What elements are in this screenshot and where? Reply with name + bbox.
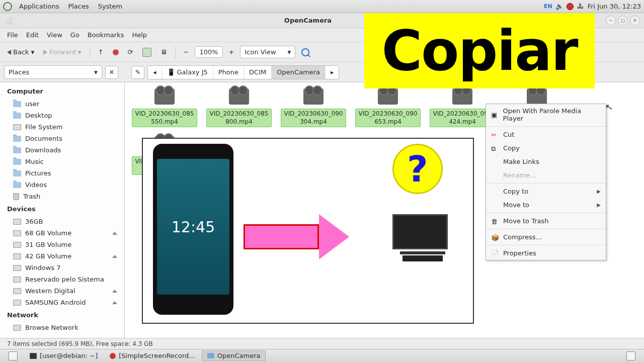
ctx-label: Move to Trash <box>503 217 549 225</box>
file-item[interactable]: VID_20230630_085800.mp4 <box>206 88 272 127</box>
network-icon <box>13 325 21 331</box>
sidebar-item-label: 31 GB Volume <box>25 241 71 248</box>
sidebar-item-music[interactable]: Music <box>0 156 124 167</box>
ctx-label: Copy to <box>503 188 528 195</box>
ctx-properties[interactable]: 📄Properties <box>486 246 606 260</box>
zoom-out-button[interactable]: − <box>181 46 192 58</box>
volume-icon[interactable]: 🔉 <box>555 3 564 11</box>
terminal-icon <box>30 353 37 359</box>
trash-icon: 🗑 <box>491 218 498 225</box>
sidebar-item-label: user <box>25 100 39 108</box>
sidebar-item-filesystem[interactable]: File System <box>0 121 124 133</box>
file-item[interactable]: VID_20230630_085550.mp4 <box>132 88 197 127</box>
minimize-button[interactable]: − <box>606 16 616 26</box>
ctx-copy[interactable]: ⧉Copy <box>486 141 606 155</box>
up-button[interactable]: ↑ <box>95 46 107 58</box>
places-selector[interactable]: Places▼ <box>4 65 102 79</box>
sidebar-item-documents[interactable]: Documents <box>0 133 124 144</box>
ctx-move-trash[interactable]: 🗑Move to Trash <box>486 214 606 228</box>
file-item[interactable]: VID_20230630_090653.mp4 <box>355 88 421 127</box>
sidebar-item-wd[interactable]: Western Digital <box>0 285 124 297</box>
file-item[interactable]: VID_20230630_090304.mp4 <box>281 88 346 127</box>
menu-applications[interactable]: Applications <box>15 1 63 12</box>
menu-go[interactable]: Go <box>66 29 84 41</box>
path-back-button[interactable]: ◂ <box>148 66 162 79</box>
video-icon <box>303 88 324 105</box>
close-button[interactable]: × <box>630 16 640 26</box>
workspace-icon <box>626 351 635 360</box>
eject-icon[interactable] <box>112 301 117 304</box>
path-forward-button[interactable]: ▸ <box>326 66 339 79</box>
sidebar-item-downloads[interactable]: Downloads <box>0 144 124 156</box>
zoom-level[interactable]: 100% <box>195 46 222 58</box>
trash-icon <box>13 193 19 200</box>
forward-button[interactable]: Forward▼ <box>40 46 84 58</box>
ctx-copy-to[interactable]: Copy to▶ <box>486 185 606 198</box>
show-desktop-button[interactable] <box>3 350 23 362</box>
sidebar-item-user[interactable]: user <box>0 98 124 110</box>
eject-icon[interactable] <box>112 290 117 293</box>
task-terminal[interactable]: [user@debian: ~] <box>24 350 103 361</box>
workspace-switcher[interactable] <box>621 350 641 362</box>
close-sidebar-button[interactable]: ✕ <box>105 66 118 79</box>
copy-icon: ⧉ <box>491 145 498 152</box>
video-icon <box>527 88 547 105</box>
sidebar-item-videos[interactable]: Videos <box>0 179 124 191</box>
clock[interactable]: Fri Jun 30, 12:23 <box>588 3 641 10</box>
illustration-overlay: 12:45 ? <box>142 138 474 324</box>
task-screenrecord[interactable]: [SimpleScreenRecord... <box>104 350 200 361</box>
sidebar-item-label: Browse Network <box>25 324 78 331</box>
ctx-move-to[interactable]: Move to▶ <box>486 198 606 212</box>
back-button[interactable]: Back▼ <box>4 46 37 58</box>
sidebar-item-68gb[interactable]: 68 GB Volume <box>0 227 124 239</box>
path-seg-phone[interactable]: Phone <box>213 66 244 79</box>
view-mode-select[interactable]: Icon View▼ <box>240 46 295 58</box>
path-seg-opencamera[interactable]: OpenCamera <box>272 66 326 79</box>
sidebar-item-36gb[interactable]: 36GB <box>0 216 124 227</box>
video-icon <box>452 88 472 105</box>
ctx-open-with[interactable]: ▣Open With Parole Media Player <box>486 104 606 125</box>
search-button[interactable] <box>298 46 312 58</box>
reload-button[interactable]: ⟳ <box>125 46 136 58</box>
sidebar-item-pictures[interactable]: Pictures <box>0 167 124 179</box>
ctx-compress[interactable]: 📦Compress... <box>486 230 606 244</box>
blank-icon <box>491 158 498 165</box>
sidebar-item-trash[interactable]: Trash <box>0 191 124 202</box>
menu-help[interactable]: Help <box>128 29 151 41</box>
places-label: Places <box>9 68 29 76</box>
disk-icon <box>13 253 21 259</box>
edit-path-button[interactable]: ✎ <box>131 66 144 79</box>
path-seg-dcim[interactable]: DCIM <box>244 66 272 79</box>
network-icon[interactable]: 🖧 <box>577 3 585 11</box>
path-seg-galaxy[interactable]: 📱Galaxy J5 <box>162 66 213 79</box>
computer-button[interactable]: 🖥 <box>157 46 170 58</box>
menu-places[interactable]: Places <box>64 1 93 12</box>
ctx-cut[interactable]: ✂Cut <box>486 128 606 141</box>
eject-icon[interactable] <box>112 232 117 235</box>
sidebar-item-desktop[interactable]: Desktop <box>0 110 124 121</box>
menu-system[interactable]: System <box>94 1 126 12</box>
zoom-in-button[interactable]: + <box>226 46 237 58</box>
sidebar-item-samsung[interactable]: SAMSUNG Android <box>0 297 124 308</box>
ctx-label: Make Links <box>503 158 539 165</box>
sidebar-item-31gb[interactable]: 31 GB Volume <box>0 239 124 250</box>
eject-icon[interactable] <box>112 255 117 258</box>
sidebar-item-windows7[interactable]: Windows 7 <box>0 262 124 274</box>
ctx-make-links[interactable]: Make Links <box>486 155 606 168</box>
menu-view[interactable]: View <box>43 29 66 41</box>
maximize-button[interactable]: ◻ <box>618 16 628 26</box>
sidebar-item-label: File System <box>25 123 62 131</box>
stop-button[interactable] <box>110 47 122 57</box>
menu-edit[interactable]: Edit <box>22 29 43 41</box>
path-label: Galaxy J5 <box>177 68 208 76</box>
sidebar-item-browse-network[interactable]: Browse Network <box>0 322 124 333</box>
home-button[interactable] <box>139 46 154 59</box>
menu-bookmarks[interactable]: Bookmarks <box>84 29 128 41</box>
sidebar-item-reservado[interactable]: Reservado pelo Sistema <box>0 274 124 285</box>
folder-icon <box>13 113 21 119</box>
menu-file[interactable]: File <box>3 29 22 41</box>
record-indicator-icon[interactable] <box>567 3 574 10</box>
task-opencamera[interactable]: OpenCamera <box>202 350 266 361</box>
keyboard-layout[interactable]: EN <box>544 3 552 10</box>
sidebar-item-42gb[interactable]: 42 GB Volume <box>0 250 124 262</box>
